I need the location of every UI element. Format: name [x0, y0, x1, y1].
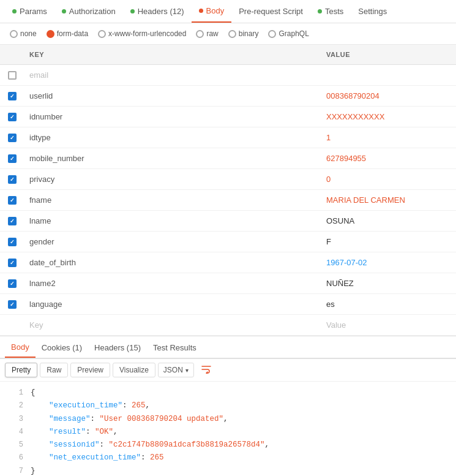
- option-raw[interactable]: raw: [192, 28, 222, 39]
- header-key: KEY: [24, 48, 321, 61]
- key-cell-idnumber[interactable]: idnumber: [24, 108, 321, 125]
- radio-urlencoded: [98, 30, 106, 38]
- value-cell-lname[interactable]: OSUNA: [321, 213, 456, 229]
- tab-params-label: Params: [20, 7, 47, 16]
- header-check-col: [0, 48, 24, 61]
- tab-body[interactable]: Body: [192, 0, 232, 23]
- row-checkbox-privacy[interactable]: [0, 175, 24, 184]
- response-tabs: Body Cookies (1) Headers (15) Test Resul…: [0, 338, 456, 359]
- value-cell-dob[interactable]: 1967-07-02: [321, 254, 456, 271]
- resp-tab-headers[interactable]: Headers (15): [88, 338, 147, 357]
- value-cell-userlid[interactable]: 008368790204: [321, 88, 456, 104]
- radio-form-data: [47, 30, 54, 38]
- tab-authorization[interactable]: Authorization: [54, 1, 123, 22]
- wrap-icon[interactable]: [201, 365, 211, 376]
- key-cell-lname2[interactable]: lname2: [24, 275, 321, 292]
- value-cell-privacy[interactable]: 0: [321, 171, 456, 187]
- key-cell-language[interactable]: language: [24, 296, 321, 312]
- nav-tabs: Params Authorization Headers (12) Body P…: [0, 0, 456, 23]
- value-cell-lname2[interactable]: NUÑEZ: [321, 275, 456, 292]
- key-cell-lname[interactable]: lname: [24, 213, 321, 229]
- json-line-7: 7 }: [0, 465, 456, 477]
- json-line-2: 2 "execution_time": 265,: [0, 399, 456, 412]
- row-checkbox-idtype[interactable]: [0, 134, 24, 142]
- tab-pre-request[interactable]: Pre-request Script: [231, 1, 310, 22]
- tab-authorization-label: Authorization: [69, 7, 116, 16]
- tab-settings-label: Settings: [358, 7, 387, 16]
- value-cell-idtype[interactable]: 1: [321, 129, 456, 146]
- key-placeholder[interactable]: Key: [24, 317, 321, 333]
- option-graphql[interactable]: GraphQL: [264, 28, 312, 39]
- json-line-1: 1 {: [0, 387, 456, 399]
- option-urlencoded[interactable]: x-www-form-urlencoded: [94, 28, 190, 39]
- key-cell-email[interactable]: email: [24, 67, 321, 83]
- value-cell-mobile[interactable]: 627894955: [321, 150, 456, 167]
- key-cell-idtype[interactable]: idtype: [24, 129, 321, 146]
- table-row: fname MARIA DEL CARMEN: [0, 190, 456, 211]
- params-table: KEY VALUE email userlid 008368790204 idn…: [0, 45, 456, 336]
- json-line-5: 5 "sessionid": "c2c1747b8809a1dcaf3b8819…: [0, 439, 456, 451]
- row-checkbox-email[interactable]: [0, 71, 24, 80]
- option-none[interactable]: none: [6, 28, 40, 39]
- value-cell-fname[interactable]: MARIA DEL CARMEN: [321, 192, 456, 208]
- table-row: idnumber XXXXXXXXXXX: [0, 107, 456, 127]
- table-row: email: [0, 65, 456, 86]
- radio-binary: [228, 30, 236, 38]
- tab-headers[interactable]: Headers (12): [123, 1, 192, 22]
- tab-tests[interactable]: Tests: [310, 1, 351, 22]
- key-cell-gender[interactable]: gender: [24, 233, 321, 250]
- radio-raw: [196, 30, 204, 38]
- key-cell-dob[interactable]: date_of_birth: [24, 254, 321, 271]
- row-checkbox-lname[interactable]: [0, 217, 24, 225]
- table-row: gender F: [0, 232, 456, 252]
- json-response-area: 1 { 2 "execution_time": 265, 3 "message"…: [0, 382, 456, 476]
- json-dropdown-label: JSON: [163, 366, 183, 374]
- value-cell-idnumber[interactable]: XXXXXXXXXXX: [321, 108, 456, 125]
- row-checkbox-idnumber[interactable]: [0, 113, 24, 121]
- table-row: mobile_number 627894955: [0, 148, 456, 169]
- json-dropdown[interactable]: JSON ▾: [158, 363, 194, 377]
- row-checkbox-mobile[interactable]: [0, 154, 24, 163]
- format-raw-button[interactable]: Raw: [40, 363, 68, 377]
- row-checkbox-lname2[interactable]: [0, 279, 24, 288]
- option-form-data[interactable]: form-data: [43, 28, 92, 39]
- radio-graphql: [268, 30, 276, 38]
- row-checkbox-userlid[interactable]: [0, 92, 24, 100]
- value-placeholder[interactable]: Value: [321, 317, 456, 333]
- tab-body-label: Body: [206, 6, 225, 15]
- value-cell-email: [321, 72, 456, 79]
- value-cell-language[interactable]: es: [321, 296, 456, 312]
- resp-tab-cookies[interactable]: Cookies (1): [36, 338, 88, 357]
- table-row-placeholder: Key Value: [0, 315, 456, 336]
- row-checkbox-fname[interactable]: [0, 196, 24, 205]
- json-line-4: 4 "result": "OK",: [0, 426, 456, 439]
- chevron-down-icon: ▾: [185, 367, 189, 374]
- option-binary[interactable]: binary: [225, 28, 263, 39]
- table-row: userlid 008368790204: [0, 86, 456, 107]
- row-checkbox-language[interactable]: [0, 300, 24, 309]
- tab-pre-request-label: Pre-request Script: [239, 7, 303, 16]
- header-value: VALUE: [321, 48, 456, 61]
- key-cell-privacy[interactable]: privacy: [24, 171, 321, 187]
- resp-tab-body[interactable]: Body: [5, 338, 36, 358]
- tab-headers-label: Headers (12): [138, 7, 184, 16]
- key-cell-fname[interactable]: fname: [24, 192, 321, 208]
- json-line-6: 6 "net_execution_time": 265: [0, 451, 456, 464]
- table-row: lname2 NUÑEZ: [0, 273, 456, 294]
- json-line-3: 3 "message": "User 008368790204 updated"…: [0, 413, 456, 426]
- body-dot: [199, 9, 203, 13]
- row-checkbox-gender[interactable]: [0, 238, 24, 246]
- format-pretty-button[interactable]: Pretty: [5, 363, 37, 377]
- resp-tab-test-results[interactable]: Test Results: [147, 338, 203, 357]
- tab-settings[interactable]: Settings: [351, 1, 394, 22]
- format-preview-button[interactable]: Preview: [70, 363, 110, 377]
- tests-dot: [318, 9, 322, 13]
- radio-none: [10, 30, 18, 38]
- value-cell-gender[interactable]: F: [321, 233, 456, 250]
- key-cell-mobile[interactable]: mobile_number: [24, 150, 321, 167]
- row-checkbox-dob[interactable]: [0, 259, 24, 267]
- key-cell-userlid[interactable]: userlid: [24, 88, 321, 104]
- body-options-bar: none form-data x-www-form-urlencoded raw…: [0, 23, 456, 45]
- tab-params[interactable]: Params: [5, 1, 54, 22]
- format-visualize-button[interactable]: Visualize: [113, 363, 155, 377]
